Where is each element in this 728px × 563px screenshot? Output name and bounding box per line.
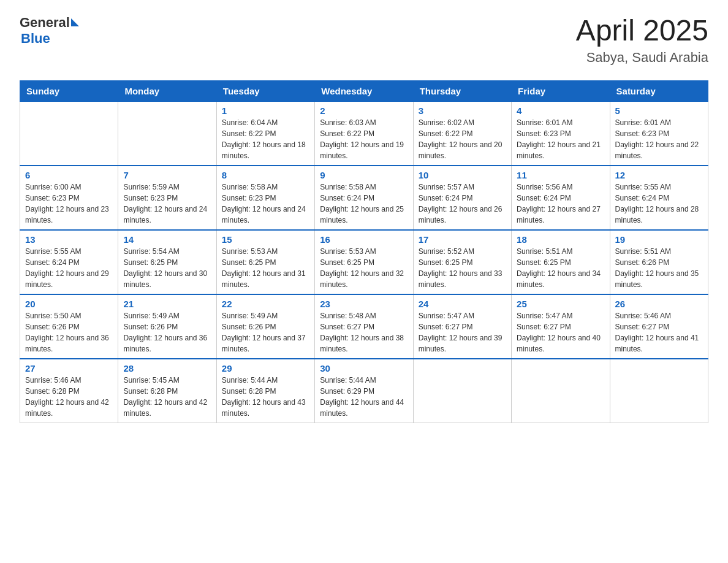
day-number: 24	[419, 299, 506, 309]
day-number: 8	[222, 170, 309, 180]
table-row: 22Sunrise: 5:49 AMSunset: 6:26 PMDayligh…	[216, 294, 314, 359]
day-info: Sunrise: 5:53 AMSunset: 6:25 PMDaylight:…	[222, 246, 309, 290]
table-row: 9Sunrise: 5:58 AMSunset: 6:24 PMDaylight…	[315, 166, 413, 230]
day-number: 20	[25, 299, 113, 309]
day-number: 7	[123, 170, 211, 180]
logo-general-text: General	[20, 15, 70, 31]
day-number: 25	[517, 299, 604, 309]
table-row: 10Sunrise: 5:57 AMSunset: 6:24 PMDayligh…	[413, 166, 511, 230]
day-number: 18	[517, 234, 604, 245]
table-row: 24Sunrise: 5:47 AMSunset: 6:27 PMDayligh…	[413, 294, 511, 359]
calendar-table: Sunday Monday Tuesday Wednesday Thursday…	[20, 80, 708, 423]
table-row	[610, 359, 708, 423]
col-tuesday: Tuesday	[216, 80, 314, 101]
day-number: 4	[517, 105, 604, 116]
col-monday: Monday	[118, 80, 216, 101]
table-row: 29Sunrise: 5:44 AMSunset: 6:28 PMDayligh…	[216, 359, 314, 423]
day-info: Sunrise: 5:44 AMSunset: 6:28 PMDaylight:…	[222, 375, 309, 419]
table-row: 30Sunrise: 5:44 AMSunset: 6:29 PMDayligh…	[315, 359, 413, 423]
calendar-header-row: Sunday Monday Tuesday Wednesday Thursday…	[20, 80, 708, 101]
day-number: 2	[320, 105, 408, 116]
table-row: 23Sunrise: 5:48 AMSunset: 6:27 PMDayligh…	[315, 294, 413, 359]
day-number: 22	[222, 299, 309, 309]
day-info: Sunrise: 6:00 AMSunset: 6:23 PMDaylight:…	[25, 182, 113, 226]
day-info: Sunrise: 5:59 AMSunset: 6:23 PMDaylight:…	[123, 182, 211, 226]
calendar-week-row: 20Sunrise: 5:50 AMSunset: 6:26 PMDayligh…	[20, 294, 708, 359]
day-number: 28	[123, 363, 211, 373]
col-sunday: Sunday	[20, 80, 118, 101]
day-info: Sunrise: 5:46 AMSunset: 6:27 PMDaylight:…	[615, 310, 703, 354]
day-info: Sunrise: 5:58 AMSunset: 6:23 PMDaylight:…	[222, 182, 309, 226]
day-number: 19	[615, 234, 703, 245]
day-number: 3	[419, 105, 506, 116]
table-row	[20, 101, 118, 166]
day-info: Sunrise: 6:04 AMSunset: 6:22 PMDaylight:…	[222, 117, 309, 161]
col-wednesday: Wednesday	[315, 80, 413, 101]
table-row: 3Sunrise: 6:02 AMSunset: 6:22 PMDaylight…	[413, 101, 511, 166]
day-info: Sunrise: 5:55 AMSunset: 6:24 PMDaylight:…	[25, 246, 113, 290]
day-number: 30	[320, 363, 408, 373]
day-info: Sunrise: 5:44 AMSunset: 6:29 PMDaylight:…	[320, 375, 408, 419]
day-info: Sunrise: 6:01 AMSunset: 6:23 PMDaylight:…	[615, 117, 703, 161]
day-number: 10	[419, 170, 506, 180]
calendar-week-row: 13Sunrise: 5:55 AMSunset: 6:24 PMDayligh…	[20, 230, 708, 294]
day-info: Sunrise: 5:56 AMSunset: 6:24 PMDaylight:…	[517, 182, 604, 226]
table-row	[413, 359, 511, 423]
day-number: 1	[222, 105, 309, 116]
day-info: Sunrise: 5:52 AMSunset: 6:25 PMDaylight:…	[419, 246, 506, 290]
table-row: 4Sunrise: 6:01 AMSunset: 6:23 PMDaylight…	[512, 101, 610, 166]
day-info: Sunrise: 5:55 AMSunset: 6:24 PMDaylight:…	[615, 182, 703, 226]
day-info: Sunrise: 5:58 AMSunset: 6:24 PMDaylight:…	[320, 182, 408, 226]
table-row: 21Sunrise: 5:49 AMSunset: 6:26 PMDayligh…	[118, 294, 216, 359]
day-number: 5	[615, 105, 703, 116]
table-row: 25Sunrise: 5:47 AMSunset: 6:27 PMDayligh…	[512, 294, 610, 359]
logo: General Blue	[20, 15, 79, 47]
day-info: Sunrise: 6:03 AMSunset: 6:22 PMDaylight:…	[320, 117, 408, 161]
day-number: 14	[123, 234, 211, 245]
day-info: Sunrise: 5:51 AMSunset: 6:26 PMDaylight:…	[615, 246, 703, 290]
page-header: General Blue April 2025 Sabya, Saudi Ara…	[20, 15, 708, 66]
day-number: 11	[517, 170, 604, 180]
col-friday: Friday	[512, 80, 610, 101]
day-info: Sunrise: 5:49 AMSunset: 6:26 PMDaylight:…	[123, 310, 211, 354]
table-row: 28Sunrise: 5:45 AMSunset: 6:28 PMDayligh…	[118, 359, 216, 423]
day-info: Sunrise: 6:01 AMSunset: 6:23 PMDaylight:…	[517, 117, 604, 161]
table-row: 8Sunrise: 5:58 AMSunset: 6:23 PMDaylight…	[216, 166, 314, 230]
table-row: 18Sunrise: 5:51 AMSunset: 6:25 PMDayligh…	[512, 230, 610, 294]
day-info: Sunrise: 6:02 AMSunset: 6:22 PMDaylight:…	[419, 117, 506, 161]
day-info: Sunrise: 5:47 AMSunset: 6:27 PMDaylight:…	[419, 310, 506, 354]
calendar-week-row: 27Sunrise: 5:46 AMSunset: 6:28 PMDayligh…	[20, 359, 708, 423]
day-info: Sunrise: 5:57 AMSunset: 6:24 PMDaylight:…	[419, 182, 506, 226]
day-info: Sunrise: 5:51 AMSunset: 6:25 PMDaylight:…	[517, 246, 604, 290]
calendar-week-row: 6Sunrise: 6:00 AMSunset: 6:23 PMDaylight…	[20, 166, 708, 230]
table-row: 7Sunrise: 5:59 AMSunset: 6:23 PMDaylight…	[118, 166, 216, 230]
day-number: 9	[320, 170, 408, 180]
table-row: 26Sunrise: 5:46 AMSunset: 6:27 PMDayligh…	[610, 294, 708, 359]
title-section: April 2025 Sabya, Saudi Arabia	[576, 15, 708, 66]
day-info: Sunrise: 5:45 AMSunset: 6:28 PMDaylight:…	[123, 375, 211, 419]
day-number: 23	[320, 299, 408, 309]
day-info: Sunrise: 5:49 AMSunset: 6:26 PMDaylight:…	[222, 310, 309, 354]
day-info: Sunrise: 5:46 AMSunset: 6:28 PMDaylight:…	[25, 375, 113, 419]
table-row: 6Sunrise: 6:00 AMSunset: 6:23 PMDaylight…	[20, 166, 118, 230]
day-number: 17	[419, 234, 506, 245]
logo-triangle-icon	[71, 18, 79, 26]
table-row: 13Sunrise: 5:55 AMSunset: 6:24 PMDayligh…	[20, 230, 118, 294]
table-row: 15Sunrise: 5:53 AMSunset: 6:25 PMDayligh…	[216, 230, 314, 294]
day-number: 27	[25, 363, 113, 373]
day-info: Sunrise: 5:50 AMSunset: 6:26 PMDaylight:…	[25, 310, 113, 354]
day-info: Sunrise: 5:47 AMSunset: 6:27 PMDaylight:…	[517, 310, 604, 354]
day-number: 15	[222, 234, 309, 245]
table-row	[118, 101, 216, 166]
day-number: 29	[222, 363, 309, 373]
day-number: 16	[320, 234, 408, 245]
day-number: 6	[25, 170, 113, 180]
table-row: 12Sunrise: 5:55 AMSunset: 6:24 PMDayligh…	[610, 166, 708, 230]
table-row: 19Sunrise: 5:51 AMSunset: 6:26 PMDayligh…	[610, 230, 708, 294]
col-thursday: Thursday	[413, 80, 511, 101]
table-row: 16Sunrise: 5:53 AMSunset: 6:25 PMDayligh…	[315, 230, 413, 294]
calendar-subtitle: Sabya, Saudi Arabia	[576, 50, 708, 66]
col-saturday: Saturday	[610, 80, 708, 101]
table-row: 17Sunrise: 5:52 AMSunset: 6:25 PMDayligh…	[413, 230, 511, 294]
table-row: 27Sunrise: 5:46 AMSunset: 6:28 PMDayligh…	[20, 359, 118, 423]
